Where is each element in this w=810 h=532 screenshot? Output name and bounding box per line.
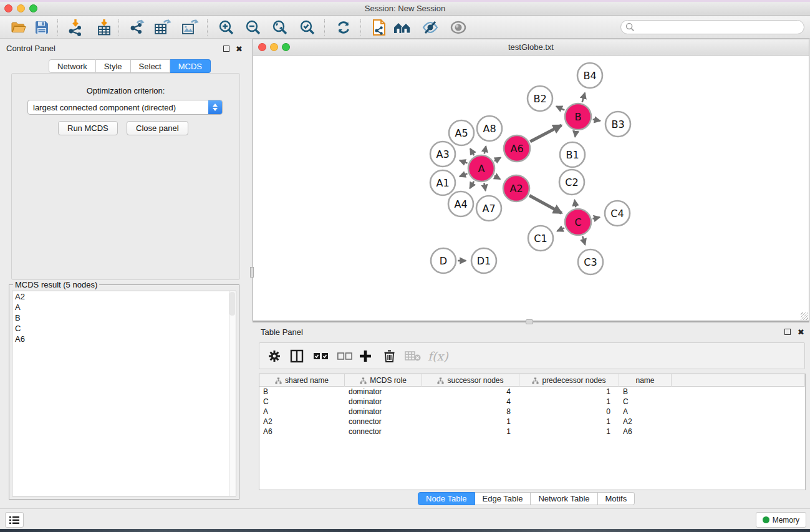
import-table-button[interactable] (95, 18, 113, 37)
column-header-shared-name[interactable]: shared name (259, 374, 345, 387)
column-header-predecessor-nodes[interactable]: predecessor nodes (519, 374, 619, 387)
graph-node-C1[interactable]: C1 (528, 226, 553, 251)
mcds-result-item[interactable]: C (12, 323, 236, 334)
scrollbar[interactable] (229, 291, 236, 496)
graph-node-C4[interactable]: C4 (605, 201, 630, 226)
graph-node-B4[interactable]: B4 (577, 63, 602, 88)
cell-name[interactable]: C (619, 397, 672, 407)
select-all-columns-button[interactable] (314, 348, 329, 364)
graph-edge-A-A1[interactable] (460, 173, 467, 177)
cell-name[interactable]: A6 (619, 427, 672, 437)
cell-role[interactable]: dominator (345, 407, 422, 417)
cell-predecessors[interactable]: 0 (519, 407, 619, 417)
import-network-button[interactable] (66, 18, 85, 37)
task-history-button[interactable] (5, 512, 24, 528)
graph-node-A5[interactable]: A5 (449, 120, 474, 145)
cell-shared_name[interactable]: B (259, 387, 345, 397)
mcds-result-item[interactable]: B (12, 312, 236, 323)
network-document-button[interactable] (370, 18, 388, 37)
column-header-MCDS-role[interactable]: MCDS role (345, 374, 422, 387)
save-session-button[interactable] (32, 18, 51, 37)
table-row[interactable]: Adominator80A (259, 407, 805, 417)
graph-edge-A-A8[interactable] (485, 146, 486, 153)
zoom-out-button[interactable] (244, 18, 263, 37)
tab-network-table[interactable]: Network Table (531, 492, 597, 505)
export-network-button[interactable] (127, 18, 146, 37)
close-panel-button[interactable]: Close panel (127, 121, 188, 135)
graph-edge-A-A5[interactable] (470, 148, 474, 155)
control-tab-mcds[interactable]: MCDS (170, 59, 211, 73)
graph-node-B1[interactable]: B1 (560, 142, 585, 167)
graph-edge-C-C3[interactable] (582, 236, 585, 244)
tab-edge-table[interactable]: Edge Table (475, 492, 531, 505)
graph-node-A3[interactable]: A3 (430, 142, 455, 167)
open-session-button[interactable] (9, 18, 28, 37)
table-row[interactable]: Bdominator41B (259, 387, 805, 397)
cell-successors[interactable]: 1 (422, 417, 519, 427)
table-row[interactable]: A2connector11A2 (259, 417, 805, 427)
cell-successors[interactable]: 8 (422, 407, 519, 417)
control-tab-style[interactable]: Style (96, 59, 131, 73)
export-table-button[interactable] (153, 18, 172, 37)
cell-shared_name[interactable]: A2 (259, 417, 345, 427)
close-table-panel-icon[interactable]: ✖ (798, 329, 804, 336)
graph-edge-A-A4[interactable] (470, 181, 474, 188)
memory-button[interactable]: Memory (756, 512, 806, 528)
resize-grip[interactable] (801, 312, 808, 320)
create-column-button[interactable] (359, 348, 372, 364)
cell-role[interactable]: connector (345, 417, 422, 427)
cell-predecessors[interactable]: 1 (519, 397, 619, 407)
graph-edge-C-C2[interactable] (574, 200, 576, 208)
graph-edge-B-B4[interactable] (582, 93, 585, 102)
show-columns-button[interactable] (290, 348, 304, 364)
hide-graphics-button[interactable] (421, 18, 440, 37)
graph-edge-C-C1[interactable] (557, 228, 564, 231)
graph-node-A6[interactable]: A6 (504, 135, 530, 162)
cell-name[interactable]: B (619, 387, 672, 397)
mcds-result-item[interactable]: A2 (12, 291, 236, 302)
graph-edge-B-B3[interactable] (593, 119, 600, 120)
mcds-result-item[interactable]: A6 (12, 334, 236, 344)
cell-predecessors[interactable]: 1 (519, 427, 619, 437)
cell-successors[interactable]: 4 (422, 397, 519, 407)
table-row[interactable]: A6connector11A6 (259, 427, 805, 437)
graph-edge-A-A6[interactable] (494, 158, 501, 162)
cell-name[interactable]: A (619, 407, 672, 417)
graph-edge-B-B2[interactable] (556, 106, 564, 110)
graph-edge-A6-B[interactable] (530, 125, 561, 142)
delete-column-button[interactable] (383, 348, 395, 364)
show-graphics-button[interactable] (449, 18, 468, 37)
cell-successors[interactable]: 4 (422, 387, 519, 397)
graph-node-B[interactable]: B (565, 104, 591, 130)
cell-successors[interactable]: 1 (422, 427, 519, 437)
column-header-successor-nodes[interactable]: successor nodes (422, 374, 519, 387)
graph-node-A1[interactable]: A1 (430, 170, 455, 195)
mcds-result-item[interactable]: A (12, 302, 236, 312)
graph-edge-A2-C[interactable] (529, 195, 562, 213)
select-stepper[interactable] (208, 100, 222, 114)
search-field[interactable] (620, 20, 804, 34)
graph-edge-C-C4[interactable] (592, 217, 599, 219)
graph-node-D[interactable]: D (431, 248, 456, 273)
cell-predecessors[interactable]: 1 (519, 387, 619, 397)
float-panel-icon[interactable] (223, 46, 229, 52)
close-panel-icon[interactable]: ✖ (236, 46, 243, 52)
column-header-name[interactable]: name (619, 374, 672, 387)
export-image-button[interactable] (181, 18, 200, 37)
graph-node-C2[interactable]: C2 (559, 170, 584, 195)
graph-node-B2[interactable]: B2 (528, 86, 552, 111)
graph-edge-A-A7[interactable] (484, 183, 485, 191)
zoom-in-button[interactable] (217, 18, 236, 37)
float-table-panel-icon[interactable] (784, 329, 791, 335)
cell-predecessors[interactable]: 1 (519, 417, 619, 427)
function-builder-button[interactable]: f(x) (428, 348, 448, 364)
unselect-all-columns-button[interactable] (337, 348, 352, 364)
graph-node-C[interactable]: C (565, 209, 591, 235)
zoom-selected-button[interactable] (298, 18, 317, 37)
cell-name[interactable]: A2 (619, 417, 672, 427)
table-settings-button[interactable] (268, 348, 281, 364)
graph-edge-A-A2[interactable] (494, 176, 500, 179)
cell-shared_name[interactable]: A6 (259, 427, 345, 437)
graph-node-B3[interactable]: B3 (605, 112, 630, 137)
network-graph-canvas[interactable]: B4B2BB3A8A5A6A3B1AC2A1A2A4A7C4CC1DD1C3 (253, 56, 809, 321)
